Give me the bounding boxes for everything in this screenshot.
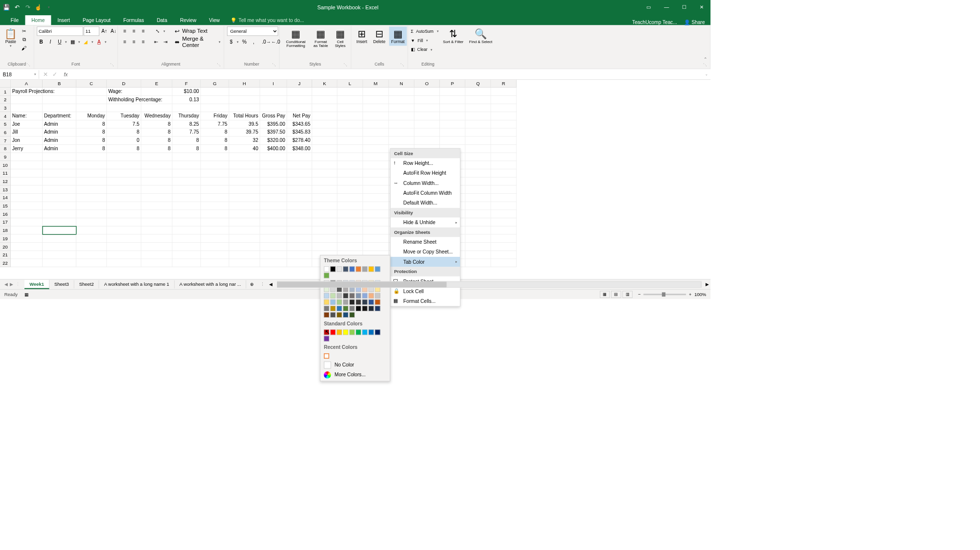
cell-B2[interactable] [43,96,76,104]
formula-bar[interactable] [70,73,702,76]
cell-R10[interactable] [491,161,516,169]
cell-O3[interactable] [414,104,440,112]
cell-I14[interactable] [260,194,287,202]
cell-K3[interactable] [312,104,337,112]
enter-formula-icon[interactable]: ✓ [52,71,57,78]
macro-record-icon[interactable]: ▦ [24,292,29,297]
select-all-corner[interactable] [0,80,11,88]
row-header-6[interactable]: 6 [0,128,11,137]
cell-B7[interactable]: Admin [43,137,76,145]
cell-P6[interactable] [440,128,465,137]
tab-page-layout[interactable]: Page Layout [76,15,117,25]
cell-M2[interactable] [363,96,389,104]
cell-Q20[interactable] [465,243,491,251]
cell-P2[interactable] [440,96,465,104]
cell-C20[interactable] [76,243,107,251]
color-swatch[interactable] [349,299,355,305]
cell-E5[interactable]: 8 [141,120,173,129]
cell-G13[interactable] [201,185,229,194]
color-swatch[interactable] [337,299,342,305]
cell-M3[interactable] [363,104,389,112]
cell-B16[interactable] [43,210,76,218]
row-header-13[interactable]: 13 [0,185,11,194]
cell-I15[interactable] [260,202,287,210]
cell-C3[interactable] [76,104,107,112]
col-header-I[interactable]: I [260,80,287,88]
zoom-level[interactable]: 100% [694,292,706,297]
cell-G9[interactable] [201,153,229,161]
color-swatch[interactable] [343,330,348,335]
cell-N1[interactable] [389,88,414,96]
row-header-21[interactable]: 21 [0,251,11,259]
cell-M1[interactable] [363,88,389,96]
cell-J4[interactable]: Net Pay [287,112,312,120]
cell-G22[interactable] [201,259,229,267]
cell-L13[interactable] [337,185,363,194]
cell-R22[interactable] [491,259,516,267]
col-header-H[interactable]: H [229,80,260,88]
cell-E15[interactable] [141,202,173,210]
cell-A20[interactable] [11,243,43,251]
align-bottom-icon[interactable]: ≡ [139,27,147,35]
zoom-out-icon[interactable]: − [638,292,641,297]
col-header-L[interactable]: L [337,80,363,88]
cell-A8[interactable]: Jerry [11,145,43,153]
cell-B12[interactable] [43,178,76,186]
cell-G7[interactable]: 8 [201,137,229,145]
cell-L16[interactable] [337,210,363,218]
cell-R21[interactable] [491,251,516,259]
color-swatch[interactable] [349,312,355,318]
cell-C17[interactable] [76,218,107,227]
cell-J21[interactable] [287,251,312,259]
cell-K6[interactable] [312,128,337,137]
recent-color-swatch[interactable] [324,353,329,359]
cell-R7[interactable] [491,137,516,145]
row-header-18[interactable]: 18 [0,227,11,235]
cell-B20[interactable] [43,243,76,251]
cell-E17[interactable] [141,218,173,227]
cell-M13[interactable] [363,185,389,194]
color-swatch[interactable] [337,266,342,272]
cell-J16[interactable] [287,210,312,218]
cell-R16[interactable] [491,210,516,218]
cell-I5[interactable]: $395.00 [260,120,287,129]
zoom-in-icon[interactable]: + [689,292,692,297]
row-header-9[interactable]: 9 [0,153,11,161]
color-swatch[interactable] [375,299,380,305]
cell-I11[interactable] [260,169,287,178]
cell-D12[interactable] [107,178,141,186]
cell-I3[interactable] [260,104,287,112]
tab-file[interactable]: File [4,15,25,25]
cell-D8[interactable]: 8 [107,145,141,153]
decrease-indent-icon[interactable]: ⇤ [152,38,160,46]
cell-A13[interactable] [11,185,43,194]
col-header-O[interactable]: O [414,80,440,88]
paste-button[interactable]: 📋Paste▾ [3,26,19,49]
cell-G15[interactable] [201,202,229,210]
cell-L19[interactable] [337,234,363,243]
row-header-16[interactable]: 16 [0,210,11,218]
cell-H21[interactable] [229,251,260,259]
font-size-input[interactable] [84,26,99,36]
cell-J6[interactable]: $345.83 [287,128,312,137]
cell-F11[interactable] [172,169,201,178]
cell-A5[interactable]: Joe [11,120,43,129]
undo-icon[interactable]: ↶ [14,3,21,11]
cell-H1[interactable] [229,88,260,96]
cell-E4[interactable]: Wednesday [141,112,173,120]
color-swatch[interactable] [362,306,367,311]
cell-M4[interactable] [363,112,389,120]
cell-M17[interactable] [363,218,389,227]
cell-K18[interactable] [312,227,337,235]
cell-C13[interactable] [76,185,107,194]
cell-D14[interactable] [107,194,141,202]
cell-J13[interactable] [287,185,312,194]
cell-F5[interactable]: 8.25 [172,120,201,129]
hscroll-right-icon[interactable]: ▶ [704,282,710,287]
row-header-4[interactable]: 4 [0,112,11,120]
cell-E18[interactable] [141,227,173,235]
cell-styles-button[interactable]: ▦Cell Styles [332,26,348,49]
cell-M11[interactable] [363,169,389,178]
cell-L14[interactable] [337,194,363,202]
cell-G17[interactable] [201,218,229,227]
